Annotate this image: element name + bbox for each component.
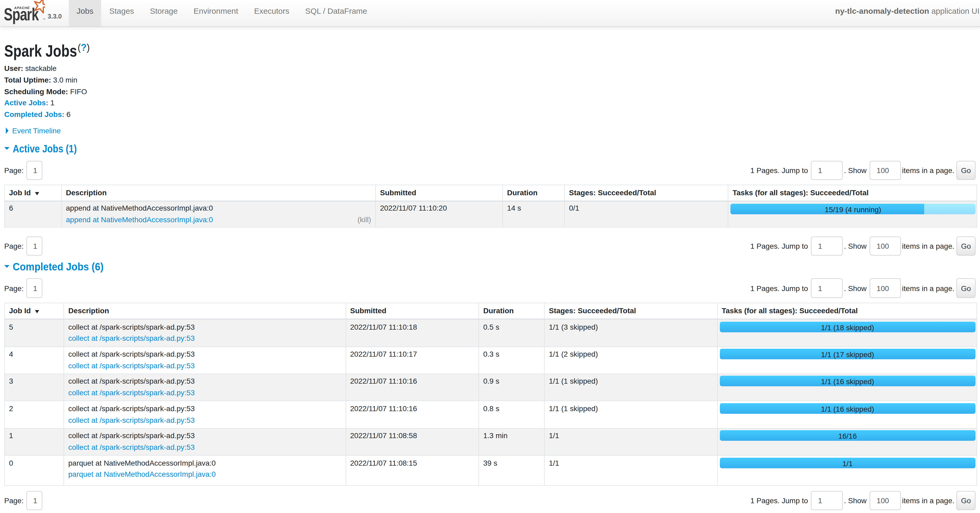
svg-text:Spark: Spark [4, 5, 39, 24]
svg-text:TM: TM [43, 18, 45, 20]
